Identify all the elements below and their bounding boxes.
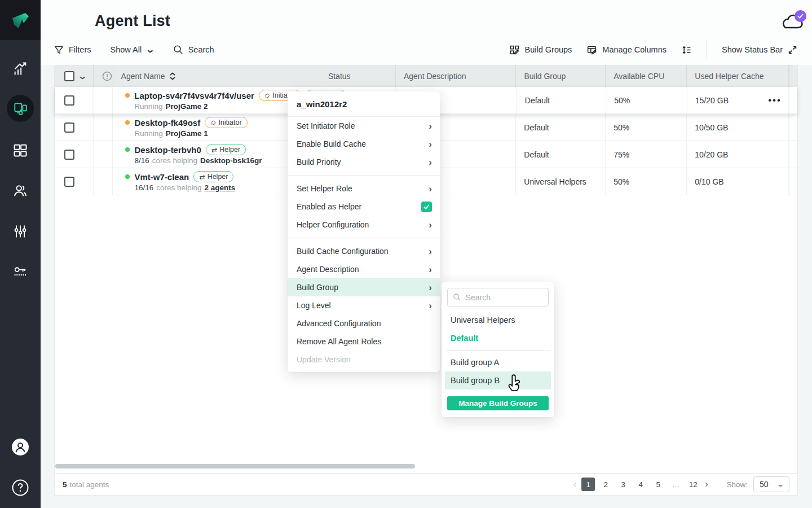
available-cpu-cell: 50% — [606, 168, 687, 195]
page-button-4[interactable]: 4 — [634, 478, 647, 491]
filters-button[interactable]: Filters — [54, 45, 91, 55]
menu-item-agent-description[interactable]: Agent Description › — [288, 260, 440, 278]
menu-item-log-level[interactable]: Log Level › — [288, 296, 440, 314]
horizontal-scrollbar[interactable] — [55, 464, 415, 468]
build-groups-label: Build Groups — [525, 45, 572, 54]
chevron-right-icon: › — [429, 283, 432, 292]
agent-context-menu: a_win2012r2 Set Initiator Role › Enable … — [288, 91, 440, 372]
menu-item-build-cache-configuration[interactable]: Build Cache Configuration › — [288, 242, 440, 260]
menu-item-enable-build-cache[interactable]: Enable Build Cache › — [288, 135, 440, 153]
build-group-cell: Default — [516, 114, 606, 141]
menu-item-set-initiator-role[interactable]: Set Initiator Role › — [288, 117, 440, 135]
checked-checkbox[interactable] — [421, 202, 432, 212]
page-ellipsis: … — [669, 478, 682, 491]
row-more-options-button[interactable]: ••• — [768, 87, 782, 114]
menu-item-remove-all-agent-roles[interactable]: Remove All Agent Roles — [288, 332, 440, 351]
column-header-agent-name[interactable]: Agent Name — [113, 65, 320, 87]
used-helper-cache-cell: 0/10 GB — [687, 168, 789, 195]
agent-subtext: Running — [134, 102, 162, 111]
table-footer: 5 total agents ‹ 1 2 3 4 5 … 12 › Show: … — [55, 473, 797, 495]
show-status-bar-label: Show Status Bar — [722, 45, 783, 54]
sidebar-item-dashboard[interactable] — [0, 60, 41, 78]
helping-agents-link[interactable]: 2 agents — [205, 183, 236, 192]
sidebar — [0, 0, 41, 508]
filter-funnel-icon — [54, 45, 64, 55]
previous-page-button[interactable]: ‹ — [572, 479, 577, 489]
row-checkbox[interactable] — [64, 95, 74, 106]
builds-panels-icon — [12, 142, 28, 158]
menu-divider — [288, 175, 440, 176]
row-height-button[interactable] — [681, 45, 692, 55]
avatar-icon — [11, 438, 29, 456]
build-group-option-build-group-b[interactable]: Build group B — [445, 371, 551, 389]
show-all-dropdown[interactable]: Show All ⌄ — [110, 45, 153, 54]
helper-badge: ⇄ Helper — [193, 171, 233, 182]
helper-badge-icon: ⇄ — [211, 146, 217, 154]
filters-label: Filters — [69, 45, 91, 54]
submenu-search[interactable] — [447, 288, 549, 306]
show-all-label: Show All — [110, 45, 142, 54]
build-group-option-default-selected[interactable]: Default — [447, 329, 549, 347]
chevron-right-icon: › — [429, 301, 432, 310]
menu-item-build-priority[interactable]: Build Priority › — [288, 153, 440, 171]
select-menu-chevron-icon[interactable]: ⌄ — [77, 73, 87, 79]
build-group-option-build-group-a[interactable]: Build group A — [447, 353, 549, 371]
search-button[interactable]: Search — [173, 45, 214, 55]
search-input[interactable] — [466, 293, 543, 302]
sidebar-item-agents-active[interactable] — [7, 95, 34, 122]
column-header-agent-description[interactable]: Agent Description — [396, 65, 516, 87]
page-button-3[interactable]: 3 — [616, 478, 630, 491]
row-checkbox[interactable] — [64, 150, 74, 160]
agent-subtext-cores: 8/16 — [134, 156, 149, 165]
page-button-1[interactable]: 1 — [581, 478, 595, 491]
sidebar-item-settings[interactable] — [0, 222, 41, 240]
table-header-row: ⌄ Agent Name Status Agent Description Bu… — [55, 65, 797, 87]
column-header-available-cpu[interactable]: Available CPU — [606, 65, 687, 87]
sort-icon[interactable] — [169, 72, 176, 80]
incredibuild-logo-icon — [8, 8, 32, 32]
page-button-12[interactable]: 12 — [686, 478, 700, 491]
sidebar-item-license[interactable] — [0, 262, 41, 280]
check-icon — [423, 204, 430, 209]
page-button-2[interactable]: 2 — [599, 478, 612, 491]
menu-item-advanced-configuration[interactable]: Advanced Configuration — [288, 314, 440, 332]
menu-item-build-group[interactable]: Build Group › — [288, 278, 440, 296]
chevron-right-icon: › — [429, 220, 432, 230]
next-page-button[interactable]: › — [704, 479, 709, 489]
used-helper-cache-cell: 10/20 GB — [687, 141, 789, 168]
agent-name: Laptop-sv4r7f4vsv4r7f4v/user — [134, 91, 254, 100]
menu-item-helper-configuration[interactable]: Helper Configuration › — [288, 216, 440, 234]
show-status-bar-button[interactable]: Show Status Bar — [722, 45, 797, 55]
column-header-build-group[interactable]: Build Group — [516, 65, 606, 87]
page-title: Agent List — [95, 12, 170, 30]
build-groups-button[interactable]: Build Groups — [509, 45, 572, 55]
row-height-icon — [681, 45, 692, 55]
page-size-select[interactable]: 50 ⌄ — [753, 476, 789, 492]
context-menu-title: a_win2012r2 — [288, 91, 440, 117]
manage-columns-icon — [586, 45, 597, 55]
agent-subtext-bold: Desktop-bsk16gr — [200, 156, 262, 165]
sidebar-item-users[interactable] — [0, 182, 41, 200]
menu-item-set-helper-role[interactable]: Set Helper Role › — [288, 179, 440, 198]
agent-name: Vmt-w7-clean — [134, 172, 189, 182]
row-checkbox[interactable] — [64, 177, 74, 187]
build-group-cell: Default — [517, 87, 606, 113]
menu-item-enabled-as-helper[interactable]: Enabled as Helper — [288, 198, 440, 216]
row-checkbox[interactable] — [64, 122, 74, 133]
app-logo[interactable] — [0, 0, 41, 40]
agent-subtext: Running — [134, 129, 162, 138]
help-button[interactable] — [0, 479, 41, 497]
build-group-submenu: Universal Helpers Default Build group A … — [442, 282, 554, 417]
build-group-option-universal-helpers[interactable]: Universal Helpers — [447, 311, 549, 329]
chevron-right-icon: › — [429, 265, 432, 274]
user-avatar[interactable] — [0, 438, 41, 456]
column-header-status[interactable]: Status — [320, 65, 396, 87]
select-all-checkbox[interactable] — [64, 71, 74, 81]
manage-columns-button[interactable]: Manage Columns — [586, 45, 667, 55]
cloud-status-button[interactable] — [779, 11, 804, 34]
menu-divider — [288, 238, 440, 238]
manage-build-groups-button[interactable]: Manage Build Groups — [447, 396, 549, 410]
page-button-5[interactable]: 5 — [651, 478, 665, 491]
column-header-used-helper-cache[interactable]: Used Helper Cache — [687, 65, 789, 87]
sidebar-item-builds[interactable] — [0, 141, 41, 159]
